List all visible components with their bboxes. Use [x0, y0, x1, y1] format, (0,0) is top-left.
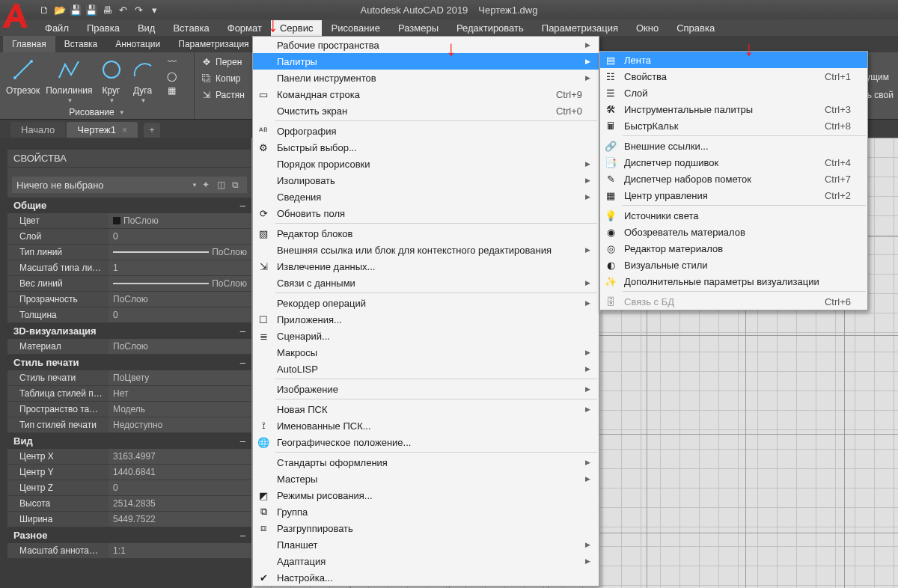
close-icon[interactable]: ×	[122, 125, 127, 135]
save-icon[interactable]: 💾	[69, 3, 82, 16]
property-value[interactable]: ПоСлою	[109, 245, 251, 260]
property-value[interactable]: 0	[109, 480, 251, 495]
menu-размеры[interactable]: Размеры	[389, 20, 448, 36]
property-value[interactable]: Нет	[109, 386, 251, 401]
quick-select-icon[interactable]: ✦	[202, 180, 213, 190]
redo-icon[interactable]: ↷	[132, 3, 145, 16]
property-value[interactable]: 2514.2835	[109, 496, 251, 511]
property-row[interactable]: Масштаб типа линий1	[7, 260, 251, 276]
menu-параметризация[interactable]: Параметризация	[533, 20, 627, 36]
menu-item[interactable]: Панели инструментов▶	[253, 70, 599, 86]
section-header[interactable]: Стиль печати–	[7, 355, 251, 370]
menu-item[interactable]: Порядок прорисовки▶	[253, 156, 599, 172]
menu-item[interactable]: 🌐Географическое положение...	[253, 434, 599, 450]
add-tab-button[interactable]: +	[144, 123, 160, 138]
section-header[interactable]: 3D-визуализация–	[7, 323, 251, 339]
menu-item[interactable]: ☷СвойстваCtrl+1	[600, 68, 867, 85]
property-row[interactable]: Центр Z0	[7, 480, 251, 496]
menu-item[interactable]: ◩Режимы рисования...	[253, 487, 599, 503]
property-row[interactable]: ПрозрачностьПоСлою	[7, 292, 251, 307]
property-value[interactable]: 3163.4997	[109, 449, 251, 464]
new-icon[interactable]: 🗋	[37, 3, 51, 16]
menu-item[interactable]: Изолировать▶	[253, 172, 599, 189]
property-value[interactable]: 1	[109, 260, 251, 275]
menu-вид[interactable]: Вид	[129, 20, 165, 36]
property-value[interactable]: 0	[109, 307, 251, 322]
menu-item[interactable]: 💡Источники света	[600, 207, 867, 224]
stretch-button[interactable]: ⇲Растян	[201, 88, 246, 102]
ribtab-3[interactable]: Параметризация	[169, 36, 257, 52]
ellipse-button[interactable]: ◯	[166, 70, 178, 83]
menu-редактировать[interactable]: Редактировать	[448, 20, 533, 36]
menu-item[interactable]: 📑Диспетчер подшивокCtrl+4	[600, 154, 867, 171]
menu-item[interactable]: AutoLISP▶	[253, 361, 599, 377]
menu-item[interactable]: Связи с данными▶	[253, 275, 599, 291]
property-row[interactable]: Масштаб аннотаций1:1	[7, 543, 251, 559]
menu-item[interactable]: ⚙Быстрый выбор...	[253, 139, 599, 156]
menu-окно[interactable]: Окно	[627, 20, 668, 36]
line-button[interactable]: Отрезок	[6, 55, 40, 96]
property-value[interactable]: 5449.7522	[109, 512, 251, 527]
menu-item[interactable]: 🖩БыстрКалькCtrl+8	[600, 117, 867, 134]
menu-item[interactable]: ⧈Разгруппировать	[253, 520, 599, 536]
menu-файл[interactable]: Файл	[36, 20, 78, 36]
section-header[interactable]: Разное–	[7, 527, 251, 543]
menu-item[interactable]: Макросы▶	[253, 344, 599, 361]
property-row[interactable]: Центр X3163.4997	[7, 449, 251, 465]
menu-item[interactable]: ⧉Группа	[253, 503, 599, 520]
menu-справка[interactable]: Справка	[668, 20, 724, 36]
selection-input[interactable]	[16, 180, 190, 191]
autocad-logo[interactable]	[0, 0, 32, 34]
menu-item[interactable]: Адаптация▶	[253, 553, 599, 569]
menu-item[interactable]: ✔Настройка...	[253, 569, 599, 586]
menu-item[interactable]: ▦Центр управленияCtrl+2	[600, 187, 867, 203]
menu-item[interactable]: Планшет▶	[253, 536, 599, 553]
property-row[interactable]: Стиль печатиПоЦвету	[7, 370, 251, 386]
menu-item[interactable]: 🔗Внешние ссылки...	[600, 138, 867, 154]
menu-item[interactable]: ▭Командная строкаCtrl+9	[253, 86, 599, 102]
menu-item[interactable]: 🛠Инструментальные палитрыCtrl+3	[600, 101, 867, 117]
menu-item[interactable]: ✨Дополнительные параметры визуализации	[600, 273, 867, 290]
undo-icon[interactable]: ↶	[116, 3, 129, 16]
menu-правка[interactable]: Правка	[78, 20, 129, 36]
menu-item[interactable]: ◎Редактор материалов	[600, 240, 867, 257]
menu-item[interactable]: ▧Редактор блоков	[253, 225, 599, 242]
property-value[interactable]: ПоСлою	[109, 292, 251, 307]
menu-item[interactable]: ◉Обозреватель материалов	[600, 224, 867, 240]
chevron-down-icon[interactable]: ▼	[192, 182, 198, 189]
menu-item[interactable]: ⟳Обновить поля	[253, 205, 599, 221]
property-value[interactable]: 1440.6841	[109, 465, 251, 480]
move-button[interactable]: ✥Перен	[201, 55, 246, 69]
pick-icon[interactable]: ◫	[217, 180, 227, 190]
property-row[interactable]: Толщина0	[7, 307, 251, 323]
draw-panel-label[interactable]: Рисование ▼	[6, 105, 188, 117]
property-row[interactable]: ЦветПоСлою	[7, 213, 251, 229]
menu-item[interactable]: Сведения▶	[253, 189, 599, 205]
property-value[interactable]: 1:1	[109, 543, 251, 558]
qat-dropdown-icon[interactable]: ▾	[147, 3, 161, 16]
arc-button[interactable]: Дуга▼	[130, 55, 156, 104]
menu-item[interactable]: Новая ПСК▶	[253, 401, 599, 417]
menu-item[interactable]: ☰Слой	[600, 85, 867, 101]
property-row[interactable]: Высота2514.2835	[7, 496, 251, 512]
property-row[interactable]: Таблица стилей печ...Нет	[7, 386, 251, 402]
spline-button[interactable]: 〰	[166, 55, 178, 69]
ribtab-1[interactable]: Вставка	[55, 36, 107, 52]
menu-item[interactable]: ⇲Извлечение данных...	[253, 258, 599, 275]
property-value[interactable]: ПоСлою	[109, 276, 251, 291]
ribtab-2[interactable]: Аннотации	[106, 36, 169, 52]
copy-button[interactable]: ⿻Копир	[201, 72, 246, 85]
property-row[interactable]: Тип стилей печатиНедоступно	[7, 417, 251, 433]
tab-drawing1[interactable]: Чертеж1×	[67, 122, 138, 138]
menu-item[interactable]: Изображение▶	[253, 381, 599, 397]
menu-item[interactable]: ◐Визуальные стили	[600, 257, 867, 273]
tab-start[interactable]: Начало	[10, 122, 65, 138]
menu-item[interactable]: ☐Приложения...	[253, 311, 599, 328]
menu-item[interactable]: ⟟Именованные ПСК...	[253, 417, 599, 434]
saveas-icon[interactable]: 💾	[85, 3, 98, 16]
menu-рисование[interactable]: Рисование	[322, 20, 388, 36]
property-value[interactable]: ПоЦвету	[109, 370, 251, 385]
property-row[interactable]: Ширина5449.7522	[7, 512, 251, 527]
section-header[interactable]: Вид–	[7, 433, 251, 449]
property-row[interactable]: Вес линийПоСлою	[7, 276, 251, 292]
